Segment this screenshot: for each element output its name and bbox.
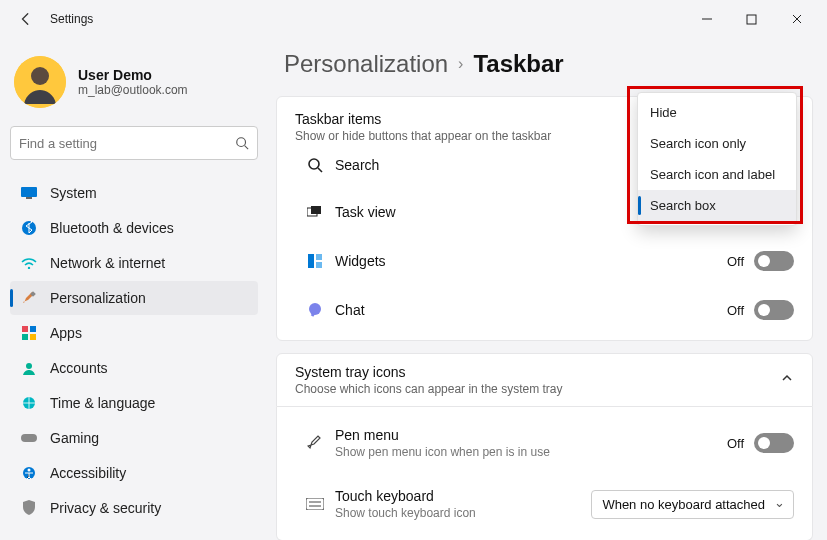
svg-rect-28 xyxy=(306,498,324,510)
sidebar-item-personalization[interactable]: Personalization xyxy=(10,281,258,315)
svg-rect-23 xyxy=(311,206,321,214)
system-icon xyxy=(20,184,38,202)
sidebar-item-label: Network & internet xyxy=(50,255,165,271)
row-pen-menu: Pen menu Show pen menu icon when pen is … xyxy=(295,413,794,473)
svg-point-20 xyxy=(309,159,319,169)
sidebar-item-label: Time & language xyxy=(50,395,155,411)
sidebar-item-label: Personalization xyxy=(50,290,146,306)
toggle-state: Off xyxy=(727,303,744,318)
dropdown-option-hide[interactable]: Hide xyxy=(638,97,796,128)
svg-rect-24 xyxy=(308,254,314,268)
svg-point-27 xyxy=(309,303,321,315)
sidebar-item-network[interactable]: Network & internet xyxy=(10,246,258,280)
sidebar-item-system[interactable]: System xyxy=(10,176,258,210)
sidebar-item-accounts[interactable]: Accounts xyxy=(10,351,258,385)
row-label: Pen menu xyxy=(335,427,727,443)
svg-point-3 xyxy=(31,67,49,85)
breadcrumb-parent[interactable]: Personalization xyxy=(284,50,448,78)
search-box[interactable] xyxy=(10,126,258,160)
svg-rect-17 xyxy=(21,434,37,442)
dropdown-option-search-box[interactable]: Search box xyxy=(638,190,796,221)
sidebar-item-label: Accounts xyxy=(50,360,108,376)
user-email: m_lab@outlook.com xyxy=(78,83,188,97)
sidebar-item-label: Bluetooth & devices xyxy=(50,220,174,236)
wifi-icon xyxy=(20,254,38,272)
maximize-button[interactable] xyxy=(729,4,774,34)
sidebar-item-label: System xyxy=(50,185,97,201)
section-subtitle: Choose which icons can appear in the sys… xyxy=(295,382,562,396)
svg-rect-12 xyxy=(30,326,36,332)
svg-rect-6 xyxy=(21,187,37,197)
task-view-icon xyxy=(295,206,335,218)
chevron-up-icon xyxy=(780,371,794,389)
sidebar-item-bluetooth[interactable]: Bluetooth & devices xyxy=(10,211,258,245)
system-tray-section-body: Pen menu Show pen menu icon when pen is … xyxy=(276,407,813,540)
row-label: Touch keyboard xyxy=(335,488,591,504)
row-sublabel: Show touch keyboard icon xyxy=(335,506,591,520)
titlebar: Settings xyxy=(0,0,827,38)
row-chat: Chat Off xyxy=(295,285,794,334)
sidebar-item-time[interactable]: Time & language xyxy=(10,386,258,420)
sidebar-item-privacy[interactable]: Privacy & security xyxy=(10,491,258,525)
user-profile[interactable]: User Demo m_lab@outlook.com xyxy=(10,44,258,126)
svg-point-4 xyxy=(237,138,246,147)
back-button[interactable] xyxy=(14,7,38,31)
sidebar-item-apps[interactable]: Apps xyxy=(10,316,258,350)
dropdown-option-icon-only[interactable]: Search icon only xyxy=(638,128,796,159)
touch-keyboard-select[interactable]: When no keyboard attached xyxy=(591,490,794,519)
avatar xyxy=(14,56,66,108)
svg-rect-14 xyxy=(30,334,36,340)
row-touch-keyboard: Touch keyboard Show touch keyboard icon … xyxy=(295,473,794,534)
chevron-right-icon: › xyxy=(458,55,463,73)
paintbrush-icon xyxy=(20,289,38,307)
arrow-left-icon xyxy=(19,12,33,26)
search-input[interactable] xyxy=(19,136,235,151)
svg-point-19 xyxy=(28,469,31,472)
minimize-button[interactable] xyxy=(684,4,729,34)
widgets-toggle[interactable] xyxy=(754,251,794,271)
keyboard-icon xyxy=(295,498,335,510)
widgets-icon xyxy=(295,254,335,268)
pen-menu-toggle[interactable] xyxy=(754,433,794,453)
svg-line-21 xyxy=(318,168,322,172)
svg-point-9 xyxy=(28,267,30,269)
nav-list: System Bluetooth & devices Network & int… xyxy=(10,176,258,525)
row-label: Chat xyxy=(335,302,727,318)
svg-rect-13 xyxy=(22,334,28,340)
svg-point-15 xyxy=(26,363,32,369)
dropdown-option-icon-label[interactable]: Search icon and label xyxy=(638,159,796,190)
sidebar: User Demo m_lab@outlook.com System Bluet… xyxy=(10,44,258,540)
search-mode-dropdown[interactable]: Hide Search icon only Search icon and la… xyxy=(637,92,797,226)
sidebar-item-label: Accessibility xyxy=(50,465,126,481)
sidebar-item-label: Privacy & security xyxy=(50,500,161,516)
svg-line-5 xyxy=(245,146,249,150)
apps-icon xyxy=(20,324,38,342)
shield-icon xyxy=(20,499,38,517)
svg-rect-26 xyxy=(316,262,322,268)
row-sublabel: Show pen menu icon when pen is in use xyxy=(335,445,727,459)
svg-rect-7 xyxy=(26,197,32,199)
close-button[interactable] xyxy=(774,4,819,34)
gamepad-icon xyxy=(20,429,38,447)
svg-rect-1 xyxy=(747,15,756,24)
accessibility-icon xyxy=(20,464,38,482)
pen-icon xyxy=(295,435,335,451)
sidebar-item-gaming[interactable]: Gaming xyxy=(10,421,258,455)
svg-rect-11 xyxy=(22,326,28,332)
chat-toggle[interactable] xyxy=(754,300,794,320)
main-content: Personalization › Taskbar Hide Search ic… xyxy=(276,44,817,540)
system-tray-section-header[interactable]: System tray icons Choose which icons can… xyxy=(276,353,813,407)
breadcrumb: Personalization › Taskbar xyxy=(284,50,813,78)
sidebar-item-label: Gaming xyxy=(50,430,99,446)
section-title: System tray icons xyxy=(295,364,562,380)
user-name: User Demo xyxy=(78,67,188,83)
chat-icon xyxy=(295,302,335,318)
sidebar-item-accessibility[interactable]: Accessibility xyxy=(10,456,258,490)
toggle-state: Off xyxy=(727,254,744,269)
bluetooth-icon xyxy=(20,219,38,237)
breadcrumb-current: Taskbar xyxy=(473,50,563,78)
toggle-state: Off xyxy=(727,436,744,451)
row-label: Widgets xyxy=(335,253,727,269)
row-widgets: Widgets Off xyxy=(295,236,794,285)
sidebar-item-label: Apps xyxy=(50,325,82,341)
